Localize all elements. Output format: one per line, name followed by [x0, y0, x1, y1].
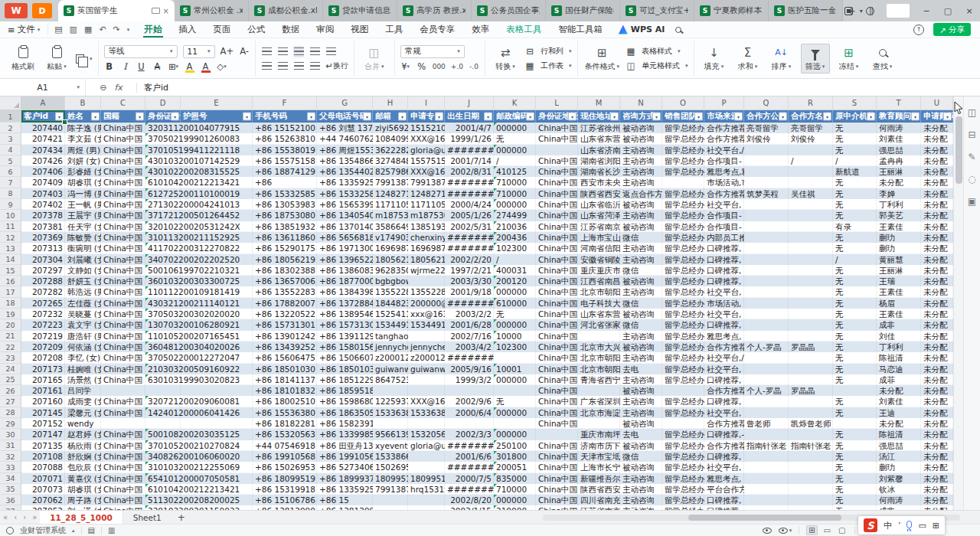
cell[interactable]: 207265	[21, 298, 65, 309]
cell[interactable]: 未分配	[921, 451, 953, 462]
cell[interactable]: China中国	[101, 342, 145, 352]
cell[interactable]: 陈敏赞 (女	[65, 232, 101, 243]
cell[interactable]: 主动咨询	[620, 254, 662, 265]
eye-icon[interactable]	[763, 528, 772, 534]
cell[interactable]: 152541145	[373, 309, 408, 319]
cell[interactable]: 未分配	[921, 265, 953, 276]
row-header-16[interactable]: 16	[0, 276, 21, 286]
cell[interactable]: China中国	[101, 319, 145, 330]
cell[interactable]: ########	[445, 177, 494, 188]
cell[interactable]: 被动咨询	[620, 342, 662, 352]
cell[interactable]: 301800	[494, 451, 536, 462]
cell[interactable]: 成菲	[877, 374, 921, 385]
cell[interactable]: 2000/6/4	[445, 407, 494, 418]
cell[interactable]: 山东省东营	[578, 309, 620, 319]
cell[interactable]: z20001227	[373, 352, 408, 363]
cell[interactable]: 无	[833, 309, 877, 319]
cell[interactable]: 358664913	[373, 221, 408, 232]
cell[interactable]: 留学总经办	[662, 221, 704, 232]
insert-function-icon[interactable]: fx	[114, 83, 122, 93]
cell[interactable]: 冯一博 (男	[65, 188, 101, 199]
cell[interactable]: +86 15	[317, 495, 373, 505]
cell[interactable]: China中国	[536, 221, 578, 232]
horizontal-scrollbar-thumb[interactable]	[688, 515, 841, 521]
filter-dropdown-button[interactable]: ▾	[526, 113, 534, 121]
column-header-B[interactable]: B	[65, 96, 101, 110]
cell[interactable]: 北京市朝阳	[578, 352, 620, 363]
cell[interactable]: +86 15263810	[253, 133, 317, 144]
cell[interactable]: 留学总经办	[662, 166, 704, 177]
cell[interactable]: 630103199903020823	[145, 374, 181, 385]
cell[interactable]: 口碑推荐,	[704, 495, 744, 505]
cell[interactable]: 108409964	[373, 133, 408, 144]
row-header-23[interactable]: 23	[0, 352, 21, 363]
cell[interactable]: 无	[833, 440, 877, 451]
cell[interactable]: +86 1386083127	[317, 265, 373, 276]
cell[interactable]: China中国	[536, 385, 578, 396]
cell[interactable]: 无	[833, 145, 877, 155]
eye-protect-icon[interactable]	[779, 528, 788, 534]
menu-item-4[interactable]: 数据	[273, 21, 308, 38]
cell[interactable]: +86	[253, 177, 317, 188]
cell[interactable]: 西安市未央	[578, 177, 620, 188]
cell[interactable]: China中国	[536, 254, 578, 265]
cell[interactable]: 被动咨询	[620, 276, 662, 286]
row-header-19[interactable]: 19	[0, 309, 21, 319]
cell[interactable]: +86 18753080	[253, 210, 317, 221]
cell[interactable]: China中国	[101, 462, 145, 472]
cell[interactable]: 刘俊伶	[789, 133, 833, 144]
wps-ai-button[interactable]: WPS AI	[611, 25, 673, 34]
cell[interactable]	[789, 319, 833, 330]
cell[interactable]: 留学总经办	[662, 429, 704, 440]
filter-dropdown-button[interactable]: ▾	[136, 113, 144, 121]
cell[interactable]: 丁利利	[877, 199, 921, 210]
cell[interactable]: 无	[833, 374, 877, 385]
cell[interactable]: China中国	[536, 396, 578, 407]
cell[interactable]: 主动咨询	[620, 155, 662, 166]
cell[interactable]: 207165	[21, 374, 65, 385]
cell[interactable]	[789, 145, 833, 155]
cell[interactable]: China中国	[536, 210, 578, 221]
page-break-view-icon[interactable]: ▢	[837, 526, 847, 534]
cell[interactable]	[408, 451, 445, 462]
font-color-button[interactable]: A	[201, 61, 211, 73]
cell[interactable]	[744, 177, 789, 188]
merge-button[interactable]: ◫ 合并▾	[360, 44, 389, 73]
cell[interactable]: 刘素佳	[877, 396, 921, 407]
cell[interactable]: 黄丽慧	[877, 254, 921, 265]
cell[interactable]: +86 1372884680	[317, 298, 373, 309]
cell[interactable]: 未分配	[921, 232, 953, 243]
name-box[interactable]: A1 ▾	[0, 79, 86, 96]
cell[interactable]: 凯烁曾老师	[789, 418, 833, 429]
sort-button[interactable]: A↓ 排序▾	[767, 44, 796, 73]
cell[interactable]: China中国	[101, 232, 145, 243]
cell[interactable]: China中国	[101, 451, 145, 462]
format-painter-button[interactable]: 格式刷	[8, 44, 38, 73]
percent-button[interactable]: %	[416, 61, 427, 73]
cell[interactable]	[744, 352, 789, 363]
cell[interactable]	[744, 210, 789, 221]
font-name-select[interactable]: 等线▾	[104, 45, 178, 58]
cell[interactable]: 000000	[494, 123, 536, 133]
cell[interactable]: 袁文宇 (女	[65, 319, 101, 330]
cell[interactable]: 市场活动,	[704, 298, 744, 309]
cell[interactable]: 湖南省浏阳	[578, 155, 620, 166]
close-window-button[interactable]: ×	[959, 0, 980, 21]
cell[interactable]: 340702200202202520	[145, 254, 181, 265]
cell[interactable]: +86 1899937166	[317, 473, 373, 484]
cell[interactable]: XXX@163.	[408, 166, 445, 177]
cell[interactable]: 207160	[21, 396, 65, 407]
cell[interactable]: 刘佳	[877, 331, 921, 342]
file-tab[interactable]: S高学历 教授.xlsx	[397, 0, 472, 21]
cell[interactable]: 指南针张老	[744, 440, 789, 451]
cell[interactable]: 207313	[21, 243, 65, 253]
cell[interactable]: 无	[833, 331, 877, 342]
cell[interactable]: 未分配	[921, 396, 953, 407]
cell[interactable]: 留学总经办	[662, 243, 704, 253]
cell[interactable]: 207406	[21, 166, 65, 177]
cell[interactable]: 207403	[21, 188, 65, 199]
cell[interactable]: 合作方推荐	[704, 418, 744, 429]
cell[interactable]	[789, 364, 833, 374]
cell[interactable]: 被动咨询	[620, 133, 662, 144]
cell[interactable]: 无	[833, 352, 877, 363]
